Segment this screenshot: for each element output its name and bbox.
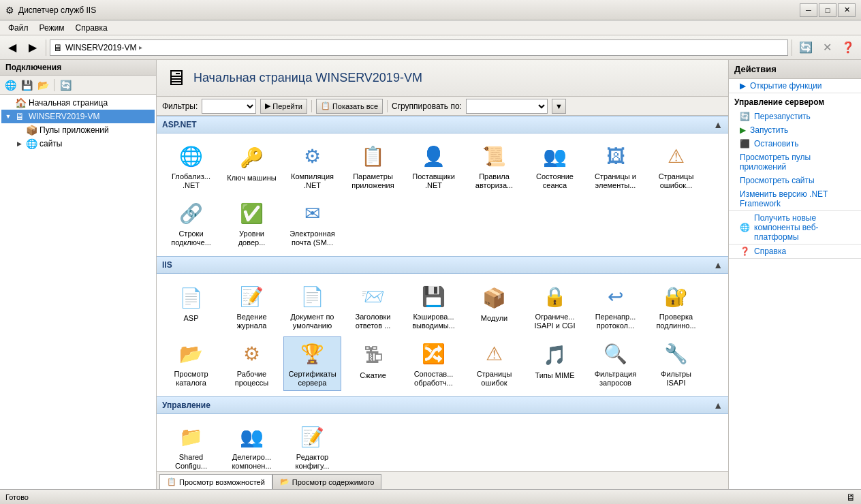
menu-mode[interactable]: Режим <box>34 20 70 35</box>
go-button[interactable]: ▶ Перейти <box>260 99 307 114</box>
action-help[interactable]: ❓ Справка <box>729 245 861 258</box>
icon-providers[interactable]: 👤 Поставщики .NET <box>405 139 463 193</box>
icon-logging[interactable]: 📝 Ведение журнала <box>223 279 281 334</box>
icon-globalization[interactable]: 🌐 Глобализ... .NET <box>162 139 220 193</box>
authrules-label: Правила авториза... <box>469 172 520 190</box>
action-get-components[interactable]: 🌐 Получить новые компоненты веб-платформ… <box>729 211 861 244</box>
icon-netpages[interactable]: 🖼 Страницы и элементы... <box>586 139 644 193</box>
maximize-button[interactable]: □ <box>819 3 836 17</box>
forward-button[interactable]: ▶ <box>23 38 42 57</box>
action-stop[interactable]: ⬛ Остановить <box>729 137 861 151</box>
icon-reqfilter[interactable]: 🔍 Фильтрация запросов <box>586 336 644 391</box>
section-header-management[interactable]: Управление ▲ <box>157 396 728 414</box>
icon-cfgeditor[interactable]: 📝 Редактор конфигу... <box>283 420 341 471</box>
icon-neterrors[interactable]: ⚠ Страницы ошибок... <box>647 139 705 193</box>
icon-handlermap[interactable]: 🔀 Сопостав... обработч... <box>405 336 463 391</box>
connections-add-btn[interactable]: 🌐 <box>3 78 18 93</box>
tree-icon-home: 🏠 <box>15 97 26 108</box>
icon-workerproc[interactable]: ⚙ Рабочие процессы <box>223 336 281 391</box>
tree-item-home[interactable]: 🏠 Начальная страница <box>1 96 155 110</box>
cfgeditor-icon: 📝 <box>299 424 326 450</box>
connections-refresh-btn[interactable]: 🔄 <box>58 78 73 93</box>
icon-asp[interactable]: 📄 ASP <box>162 279 220 334</box>
connstrings-label: Строки подключе... <box>166 230 217 247</box>
connections-save-btn[interactable]: 💾 <box>19 78 34 93</box>
icon-authrules[interactable]: 📜 Правила авториза... <box>465 139 523 193</box>
title-bar: ⚙ Диспетчер служб IIS ─ □ ✕ <box>0 0 861 20</box>
section-header-aspnet[interactable]: ASP.NET ▲ <box>157 116 728 133</box>
center-header-title: Начальная страница WINSERV2019-VM <box>193 71 422 85</box>
icon-smtp[interactable]: ✉ Электронная почта (SM... <box>283 196 341 251</box>
right-panel: Действия ▶ Открытие функции Управление с… <box>728 60 861 489</box>
icon-compress[interactable]: 🗜 Сжатие <box>344 336 402 391</box>
auth-label: Проверка подлинно... <box>651 313 702 330</box>
icon-sharedconfig[interactable]: 📁 Shared Configu... <box>162 420 220 471</box>
icon-dirbrowse[interactable]: 📂 Просмотр каталога <box>162 336 220 391</box>
icon-servercerts[interactable]: 🏆 Сертификаты сервера <box>283 336 341 391</box>
tab-content[interactable]: 📂 Просмотр содержимого <box>272 474 382 489</box>
icon-sessionstate[interactable]: 👥 Состояние сеанса <box>526 139 584 193</box>
netpages-icon: 🖼 <box>602 144 629 170</box>
icon-defaultdoc[interactable]: 📄 Документ по умолчанию <box>283 279 341 334</box>
icon-trustlevels[interactable]: ✅ Уровни довер... <box>223 196 281 251</box>
section-header-iis[interactable]: IIS ▲ <box>157 256 728 274</box>
back-button[interactable]: ◀ <box>3 38 22 57</box>
tree-item-server[interactable]: ▼ 🖥 WINSERV2019-VM <box>1 110 155 123</box>
icon-redirect[interactable]: ↩ Перенапр... протокол... <box>586 279 644 334</box>
trustlevels-icon: ✅ <box>238 201 266 227</box>
show-all-button[interactable]: 📋 Показать все <box>316 99 383 114</box>
address-bar: 🖥 WINSERV2019-VM ▸ <box>50 40 788 56</box>
icon-auth[interactable]: 🔐 Проверка подлинно... <box>647 279 705 334</box>
groupby-select[interactable] <box>466 99 548 114</box>
stop-label: Остановить <box>754 139 799 148</box>
center-panel: 🖥 Начальная страница WINSERV2019-VM Филь… <box>157 60 728 489</box>
help-icon: ❓ <box>740 247 750 256</box>
action-view-pools[interactable]: Просмотреть пулы приложений <box>729 151 861 174</box>
go-icon: ▶ <box>265 101 270 110</box>
filter-select[interactable] <box>202 99 256 114</box>
defaultdoc-label: Документ по умолчанию <box>287 313 338 330</box>
icon-mimetypes[interactable]: 🎵 Типы MIME <box>526 336 584 391</box>
center-header: 🖥 Начальная страница WINSERV2019-VM <box>157 60 728 97</box>
action-view-sites[interactable]: Просмотреть сайты <box>729 174 861 187</box>
connections-load-btn[interactable]: 📂 <box>35 78 50 93</box>
stop-button[interactable]: ✕ <box>817 38 836 57</box>
asp-icon: 📄 <box>178 284 205 311</box>
icon-respheaders[interactable]: 📨 Заголовки ответов ... <box>344 279 402 334</box>
action-change-dotnet[interactable]: Изменить версию .NET Framework <box>729 187 861 210</box>
icon-appsettings[interactable]: 📋 Параметры приложения <box>344 139 402 193</box>
tree-item-sites[interactable]: ▶ 🌐 сайты <box>12 137 155 151</box>
icon-connstrings[interactable]: 🔗 Строки подключе... <box>162 196 220 251</box>
filter-dropdown-btn[interactable]: ▼ <box>552 99 566 114</box>
machinekey-label: Ключ машины <box>227 174 276 183</box>
mimetypes-icon: 🎵 <box>542 341 569 368</box>
icon-isapifilter[interactable]: 🔧 Фильтры ISAPI <box>647 336 705 391</box>
menu-help[interactable]: Справка <box>70 20 113 35</box>
icon-errorpagesiis[interactable]: ⚠ Страницы ошибок <box>465 336 523 391</box>
help-toolbar-button[interactable]: ❓ <box>838 38 858 57</box>
icon-delegate[interactable]: 👥 Делегиро... компонен... <box>223 420 281 471</box>
close-button[interactable]: ✕ <box>838 3 856 17</box>
minimize-button[interactable]: ─ <box>800 3 817 17</box>
tree-item-pools[interactable]: 📦 Пулы приложений <box>12 123 155 137</box>
respheaders-label: Заголовки ответов ... <box>347 313 398 330</box>
action-restart[interactable]: 🔄 Перезапустить <box>729 110 861 123</box>
icon-outcache[interactable]: 💾 Кэширова... выводимы... <box>405 279 463 334</box>
section-collapse-management: ▲ <box>713 400 723 411</box>
errorpagesiis-label: Страницы ошибок <box>469 370 520 388</box>
icon-compilation[interactable]: ⚙ Компиляция .NET <box>283 139 341 193</box>
filter-sep2 <box>387 100 388 112</box>
tab-features[interactable]: 📋 Просмотр возможностей <box>159 474 272 489</box>
action-open-feature[interactable]: ▶ Открытие функции <box>729 79 861 93</box>
sharedconfig-label: Shared Configu... <box>166 453 217 471</box>
filter-sep1 <box>311 100 312 112</box>
menu-file[interactable]: Файл <box>3 20 34 35</box>
connstrings-icon: 🔗 <box>178 201 205 227</box>
icon-modules[interactable]: 📦 Модули <box>465 279 523 334</box>
icon-isapicgi[interactable]: 🔒 Ограниче... ISAPI и CGI <box>526 279 584 334</box>
smtp-icon: ✉ <box>299 201 326 227</box>
action-start[interactable]: ▶ Запустить <box>729 123 861 137</box>
refresh-button[interactable]: 🔄 <box>796 38 816 57</box>
smtp-label: Электронная почта (SM... <box>287 230 338 247</box>
icon-machinekey[interactable]: 🔑 Ключ машины <box>223 139 281 193</box>
